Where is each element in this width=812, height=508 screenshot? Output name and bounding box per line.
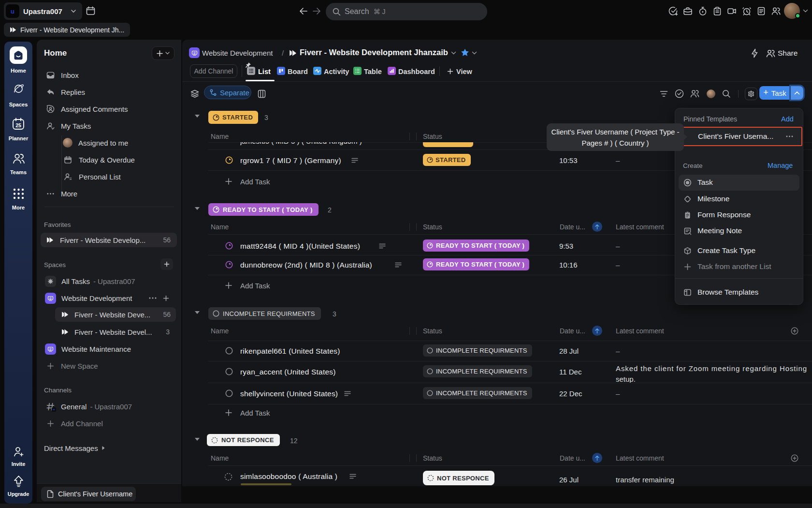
- svg-text:@: @: [49, 296, 52, 299]
- svg-text:@: @: [193, 51, 195, 54]
- svg-text:25: 25: [15, 122, 21, 128]
- svg-text:@: @: [49, 347, 52, 350]
